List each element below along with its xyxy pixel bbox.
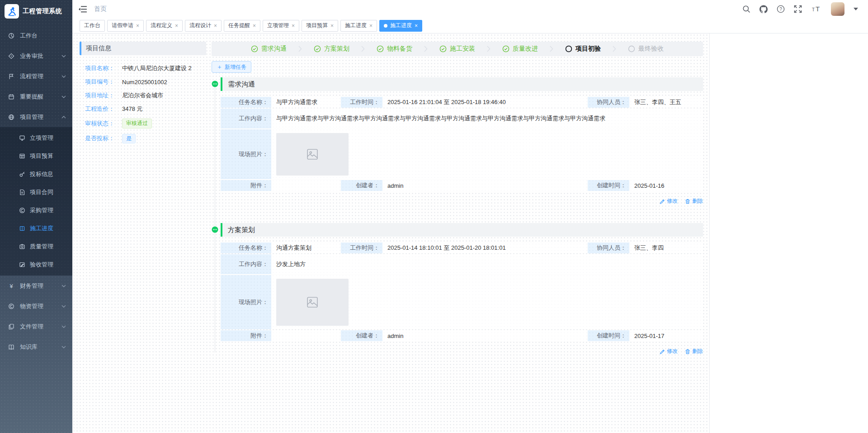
sidebar-item-knowledge[interactable]: 知识库 <box>0 337 72 357</box>
field-value: 3478 元 <box>122 105 143 113</box>
collapse-sidebar-icon[interactable] <box>79 6 87 13</box>
sidebar-item-workbench[interactable]: 工作台 <box>0 25 72 46</box>
collaborators-label: 协同人员： <box>588 97 629 108</box>
tab-label: 流程设计 <box>189 22 211 29</box>
attachment-label: 附件： <box>221 180 271 191</box>
avatar[interactable] <box>831 2 844 16</box>
step-separator-icon <box>550 46 553 52</box>
sidebar-item-label: 施工进度 <box>30 224 53 233</box>
sidebar-item-bid[interactable]: 投标信息 <box>0 165 72 183</box>
step-plan[interactable]: 方案策划 <box>314 45 349 53</box>
tab-process-definition[interactable]: 流程定义× <box>146 20 183 32</box>
sidebar-item-acceptance[interactable]: 验收管理 <box>0 256 72 274</box>
caret-down-icon[interactable] <box>854 8 858 10</box>
acceptance-icon <box>19 262 25 268</box>
attachment-value <box>272 180 340 191</box>
close-tab-icon[interactable]: × <box>369 23 373 29</box>
sidebar-item-label: 投标信息 <box>30 170 53 178</box>
sidebar-item-approval[interactable]: 业务审批 <box>0 46 72 66</box>
quality-icon <box>19 243 25 250</box>
search-icon[interactable] <box>742 5 750 13</box>
step-initial-acceptance[interactable]: 项目初验 <box>565 45 601 53</box>
collaborators-value: 张三、李四、王五 <box>630 97 703 108</box>
font-size-icon[interactable]: TT <box>811 5 822 13</box>
tab-budget[interactable]: 项目预算× <box>302 20 338 32</box>
field-project-name: 项目名称： 中铁八局尼泊尔大厦建设 2 <box>85 64 206 72</box>
tab-leave-request[interactable]: 请假申请× <box>107 20 144 32</box>
sidebar-item-material[interactable]: 物资管理 <box>0 296 72 316</box>
edit-task-link[interactable]: 修改 <box>660 197 678 205</box>
task-actions: 修改 删除 <box>221 197 703 205</box>
breadcrumb[interactable]: 首页 <box>94 5 107 13</box>
step-install[interactable]: 施工安装 <box>439 45 475 53</box>
timeline-node-icon <box>212 226 218 233</box>
sidebar-item-finance[interactable]: ¥ 财务管理 <box>0 276 72 296</box>
progress-panel: 需求沟通 方案策划 物料备货 施工安装 <box>212 42 703 373</box>
step-stock[interactable]: 物料备货 <box>377 45 412 53</box>
tab-label: 施工进度 <box>390 22 412 29</box>
task-timeline: 需求沟通 任务名称： 与甲方沟通需求 工作时间： 2025-01-16 21:0… <box>212 77 703 355</box>
github-icon[interactable] <box>760 5 768 13</box>
step-separator-icon <box>361 46 365 52</box>
trash-icon <box>685 199 690 204</box>
sidebar-item-purchase[interactable]: 采购管理 <box>0 201 72 219</box>
close-tab-icon[interactable]: × <box>330 23 334 29</box>
project-icon <box>8 114 14 120</box>
photos-label: 现场照片： <box>221 129 271 179</box>
status-badge: 审核通过 <box>122 119 152 128</box>
sidebar-item-project[interactable]: 项目管理 <box>0 107 72 127</box>
step-label: 方案策划 <box>324 45 349 53</box>
work-content-label: 工作内容： <box>221 254 271 274</box>
field-label: 审核状态： <box>85 119 122 128</box>
delete-task-link[interactable]: 删除 <box>685 197 703 205</box>
tab-progress-active[interactable]: 施工进度× <box>379 20 422 32</box>
sidebar-item-quality[interactable]: 质量管理 <box>0 238 72 256</box>
close-tab-icon[interactable]: × <box>175 23 178 29</box>
sidebar-item-initiation[interactable]: 立项管理 <box>0 129 72 147</box>
step-separator-icon <box>298 46 302 52</box>
field-label: 项目地址： <box>85 91 122 100</box>
sidebar-item-label: 业务审批 <box>20 52 55 60</box>
sidebar-item-reminder[interactable]: 重要提醒 <box>0 86 72 107</box>
tab-process-design[interactable]: 流程设计× <box>185 20 222 32</box>
close-tab-icon[interactable]: × <box>292 23 295 29</box>
sidebar-item-contract[interactable]: 项目合同 <box>0 183 72 201</box>
step-final-acceptance[interactable]: 最终验收 <box>628 45 664 53</box>
sidebar-item-budget[interactable]: 项目预算 <box>0 147 72 165</box>
fullscreen-icon[interactable] <box>794 5 802 13</box>
tab-progress[interactable]: 施工进度× <box>340 20 377 32</box>
image-icon <box>307 297 318 308</box>
sidebar-item-files[interactable]: 文件管理 <box>0 316 72 337</box>
tab-workbench[interactable]: 工作台 <box>80 20 105 32</box>
tab-label: 流程定义 <box>151 22 172 29</box>
edit-task-link[interactable]: 修改 <box>660 347 678 355</box>
step-demand[interactable]: 需求沟通 <box>251 45 287 53</box>
sidebar-item-process[interactable]: 流程管理 <box>0 66 72 86</box>
help-icon[interactable]: ? <box>777 5 785 13</box>
add-task-button[interactable]: ＋ 新增任务 <box>212 61 251 73</box>
sidebar-item-label: 立项管理 <box>30 134 53 142</box>
step-label: 需求沟通 <box>261 45 287 53</box>
photo-placeholder[interactable] <box>276 133 349 176</box>
step-quality[interactable]: 质量改进 <box>502 45 538 53</box>
close-tab-icon[interactable]: × <box>415 23 418 29</box>
panel-title: 项目信息 <box>86 44 111 52</box>
tab-task-reminder[interactable]: 任务提醒× <box>224 20 260 32</box>
logo-row[interactable]: 工程管理系统 <box>0 0 72 23</box>
sidebar-item-label: 文件管理 <box>20 323 55 331</box>
tab-initiation[interactable]: 立项管理× <box>263 20 299 32</box>
close-tab-icon[interactable]: × <box>253 23 256 29</box>
budget-icon <box>19 153 25 159</box>
creator-value: admin <box>383 180 587 191</box>
close-tab-icon[interactable]: × <box>214 23 217 29</box>
photo-placeholder[interactable] <box>276 279 349 326</box>
svg-text:T: T <box>816 5 820 13</box>
worker-logo-icon <box>7 6 17 16</box>
close-tab-icon[interactable]: × <box>136 23 139 29</box>
delete-task-link[interactable]: 删除 <box>685 347 703 355</box>
created-at-label: 创建时间： <box>588 180 629 191</box>
task-name-label: 任务名称： <box>221 243 271 253</box>
edit-icon <box>660 199 665 204</box>
sidebar-item-progress[interactable]: 施工进度 <box>0 219 72 238</box>
step-label: 物料备货 <box>387 45 412 53</box>
